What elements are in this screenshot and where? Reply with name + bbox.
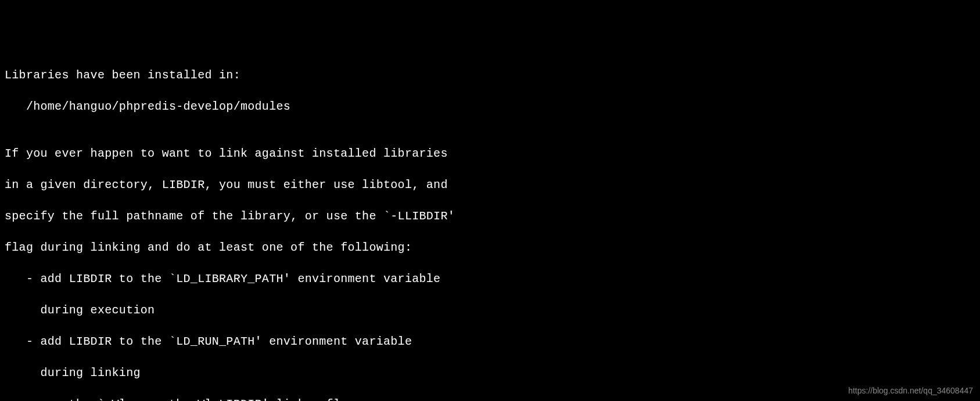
terminal-output-line: - use the `-Wl,--rpath -Wl,LIBDIR' linke… (5, 396, 975, 401)
terminal-output-line: during execution (5, 302, 975, 318)
terminal-output-line: flag during linking and do at least one … (5, 240, 975, 255)
terminal-output-line: in a given directory, LIBDIR, you must e… (5, 177, 975, 193)
watermark-text: https://blog.csdn.net/qq_34608447 (848, 385, 973, 396)
terminal-output-line: during linking (5, 365, 975, 381)
terminal-output-line: - add LIBDIR to the `LD_LIBRARY_PATH' en… (5, 271, 975, 287)
terminal-output-line: specify the full pathname of the library… (5, 208, 975, 224)
terminal-output-line: Libraries have been installed in: (5, 67, 975, 83)
terminal-output-line: If you ever happen to want to link again… (5, 146, 975, 161)
terminal-output-line: /home/hanguo/phpredis-develop/modules (5, 99, 975, 114)
terminal-output-line: - add LIBDIR to the `LD_RUN_PATH' enviro… (5, 334, 975, 349)
